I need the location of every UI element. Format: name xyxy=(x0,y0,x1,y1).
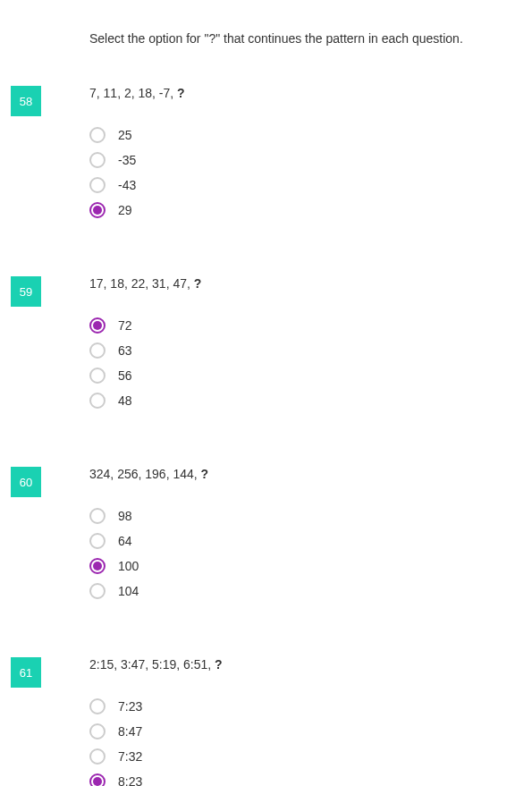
question-prompt: 2:15, 3:47, 5:19, 6:51, ? xyxy=(89,657,532,672)
radio-button[interactable] xyxy=(89,368,106,384)
option-row[interactable]: 100 xyxy=(89,558,532,574)
question-content: 17, 18, 22, 31, 47, ?72635648 xyxy=(89,276,532,418)
question-content: 7, 11, 2, 18, -7, ?25-35-4329 xyxy=(89,86,532,227)
question-prompt-prefix: 17, 18, 22, 31, 47, xyxy=(89,276,194,291)
question-number-badge: 58 xyxy=(11,86,41,116)
questions-container: 587, 11, 2, 18, -7, ?25-35-43295917, 18,… xyxy=(0,86,532,786)
option-row[interactable]: 56 xyxy=(89,368,532,384)
question-prompt: 324, 256, 196, 144, ? xyxy=(89,467,532,481)
question-content: 2:15, 3:47, 5:19, 6:51, ?7:238:477:328:2… xyxy=(89,657,532,786)
option-row[interactable]: 25 xyxy=(89,127,532,143)
question-prompt: 17, 18, 22, 31, 47, ? xyxy=(89,276,532,291)
option-label: -43 xyxy=(118,178,136,192)
option-row[interactable]: 64 xyxy=(89,533,532,549)
question-prompt-mark: ? xyxy=(215,657,223,672)
option-row[interactable]: 7:23 xyxy=(89,698,532,714)
option-label: 100 xyxy=(118,559,139,573)
radio-button[interactable] xyxy=(89,393,106,409)
option-label: 56 xyxy=(118,368,132,383)
radio-button[interactable] xyxy=(89,202,106,218)
radio-button[interactable] xyxy=(89,508,106,524)
option-row[interactable]: 7:32 xyxy=(89,748,532,765)
question-prompt: 7, 11, 2, 18, -7, ? xyxy=(89,86,532,100)
option-label: 29 xyxy=(118,203,132,217)
option-label: 7:23 xyxy=(118,699,142,714)
radio-button[interactable] xyxy=(89,773,106,786)
radio-button[interactable] xyxy=(89,748,106,765)
option-label: 25 xyxy=(118,128,132,142)
option-row[interactable]: 48 xyxy=(89,393,532,409)
option-row[interactable]: -35 xyxy=(89,152,532,168)
option-label: 8:47 xyxy=(118,724,142,739)
radio-button[interactable] xyxy=(89,583,106,599)
radio-inner-dot xyxy=(93,321,102,330)
question-prompt-prefix: 7, 11, 2, 18, -7, xyxy=(89,86,177,100)
question-prompt-prefix: 324, 256, 196, 144, xyxy=(89,467,201,481)
question-prompt-mark: ? xyxy=(201,467,209,481)
question-block: 612:15, 3:47, 5:19, 6:51, ?7:238:477:328… xyxy=(0,657,532,786)
radio-inner-dot xyxy=(93,777,102,786)
question-number-badge: 61 xyxy=(11,657,41,688)
radio-button[interactable] xyxy=(89,533,106,549)
question-block: 5917, 18, 22, 31, 47, ?72635648 xyxy=(0,276,532,418)
question-number-badge: 59 xyxy=(11,276,41,307)
option-row[interactable]: 8:23 xyxy=(89,773,532,786)
radio-button[interactable] xyxy=(89,723,106,740)
question-content: 324, 256, 196, 144, ?9864100104 xyxy=(89,467,532,608)
option-row[interactable]: 63 xyxy=(89,342,532,359)
radio-button[interactable] xyxy=(89,177,106,193)
option-label: 64 xyxy=(118,534,132,548)
radio-button[interactable] xyxy=(89,698,106,714)
option-row[interactable]: 104 xyxy=(89,583,532,599)
question-number-badge: 60 xyxy=(11,467,41,497)
radio-button[interactable] xyxy=(89,127,106,143)
option-row[interactable]: 72 xyxy=(89,317,532,334)
option-label: 8:23 xyxy=(118,774,142,786)
instructions-text: Select the option for "?" that continues… xyxy=(89,31,532,46)
radio-inner-dot xyxy=(93,562,102,570)
question-prompt-prefix: 2:15, 3:47, 5:19, 6:51, xyxy=(89,657,215,672)
radio-button[interactable] xyxy=(89,558,106,574)
question-prompt-mark: ? xyxy=(194,276,202,291)
option-label: 98 xyxy=(118,509,132,523)
option-row[interactable]: -43 xyxy=(89,177,532,193)
option-label: 72 xyxy=(118,318,132,333)
option-label: 63 xyxy=(118,343,132,358)
option-label: 48 xyxy=(118,393,132,408)
radio-inner-dot xyxy=(93,206,102,215)
option-label: 7:32 xyxy=(118,749,142,764)
question-prompt-mark: ? xyxy=(177,86,185,100)
radio-button[interactable] xyxy=(89,152,106,168)
question-block: 587, 11, 2, 18, -7, ?25-35-4329 xyxy=(0,86,532,227)
option-label: -35 xyxy=(118,153,136,167)
option-label: 104 xyxy=(118,584,139,598)
question-block: 60324, 256, 196, 144, ?9864100104 xyxy=(0,467,532,608)
option-row[interactable]: 98 xyxy=(89,508,532,524)
radio-button[interactable] xyxy=(89,342,106,359)
option-row[interactable]: 29 xyxy=(89,202,532,218)
radio-button[interactable] xyxy=(89,317,106,334)
option-row[interactable]: 8:47 xyxy=(89,723,532,740)
